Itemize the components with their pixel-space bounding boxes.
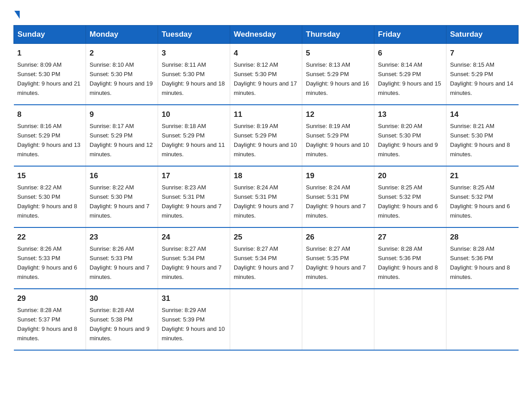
calendar-cell: 24Sunrise: 8:27 AMSunset: 5:34 PMDayligh… <box>158 227 230 289</box>
calendar-day-header: Wednesday <box>230 26 302 44</box>
day-number: 21 <box>450 170 515 182</box>
day-info: Sunrise: 8:25 AMSunset: 5:32 PMDaylight:… <box>450 184 510 219</box>
calendar-cell: 27Sunrise: 8:28 AMSunset: 5:36 PMDayligh… <box>374 227 446 289</box>
calendar-cell <box>374 289 446 350</box>
day-info: Sunrise: 8:21 AMSunset: 5:30 PMDaylight:… <box>450 123 510 158</box>
calendar-cell: 26Sunrise: 8:27 AMSunset: 5:35 PMDayligh… <box>302 227 374 289</box>
day-number: 26 <box>306 231 370 243</box>
calendar-cell: 14Sunrise: 8:21 AMSunset: 5:30 PMDayligh… <box>446 105 519 166</box>
calendar-cell: 21Sunrise: 8:25 AMSunset: 5:32 PMDayligh… <box>446 166 519 227</box>
calendar-day-header: Sunday <box>14 26 86 44</box>
calendar-cell: 31Sunrise: 8:29 AMSunset: 5:39 PMDayligh… <box>158 289 230 350</box>
day-number: 6 <box>378 47 442 59</box>
day-info: Sunrise: 8:19 AMSunset: 5:29 PMDaylight:… <box>306 123 369 158</box>
day-info: Sunrise: 8:25 AMSunset: 5:32 PMDaylight:… <box>378 184 438 219</box>
day-info: Sunrise: 8:18 AMSunset: 5:29 PMDaylight:… <box>162 123 225 158</box>
calendar-cell: 12Sunrise: 8:19 AMSunset: 5:29 PMDayligh… <box>302 105 374 166</box>
calendar-cell: 5Sunrise: 8:13 AMSunset: 5:29 PMDaylight… <box>302 44 374 105</box>
day-number: 9 <box>90 109 154 120</box>
day-number: 23 <box>90 231 154 243</box>
calendar-cell: 9Sunrise: 8:17 AMSunset: 5:29 PMDaylight… <box>86 105 158 166</box>
day-info: Sunrise: 8:12 AMSunset: 5:30 PMDaylight:… <box>234 61 297 96</box>
calendar-week-row: 8Sunrise: 8:16 AMSunset: 5:29 PMDaylight… <box>14 105 519 166</box>
day-number: 12 <box>306 109 370 120</box>
day-number: 11 <box>234 109 298 120</box>
day-number: 1 <box>17 47 82 59</box>
day-info: Sunrise: 8:29 AMSunset: 5:39 PMDaylight:… <box>162 307 225 342</box>
calendar-week-row: 22Sunrise: 8:26 AMSunset: 5:33 PMDayligh… <box>14 227 519 289</box>
day-info: Sunrise: 8:28 AMSunset: 5:38 PMDaylight:… <box>90 307 150 342</box>
calendar-cell: 6Sunrise: 8:14 AMSunset: 5:29 PMDaylight… <box>374 44 446 105</box>
day-info: Sunrise: 8:13 AMSunset: 5:29 PMDaylight:… <box>306 61 369 96</box>
day-number: 7 <box>450 47 515 59</box>
day-info: Sunrise: 8:10 AMSunset: 5:30 PMDaylight:… <box>90 61 153 96</box>
calendar-cell: 16Sunrise: 8:22 AMSunset: 5:30 PMDayligh… <box>86 166 158 227</box>
calendar-cell: 11Sunrise: 8:19 AMSunset: 5:29 PMDayligh… <box>230 105 302 166</box>
day-info: Sunrise: 8:17 AMSunset: 5:29 PMDaylight:… <box>90 123 153 158</box>
day-info: Sunrise: 8:27 AMSunset: 5:35 PMDaylight:… <box>306 245 366 280</box>
day-info: Sunrise: 8:26 AMSunset: 5:33 PMDaylight:… <box>90 245 150 280</box>
calendar-day-header: Monday <box>86 26 158 44</box>
day-info: Sunrise: 8:24 AMSunset: 5:31 PMDaylight:… <box>234 184 294 219</box>
calendar-day-header: Saturday <box>446 26 519 44</box>
calendar-cell: 20Sunrise: 8:25 AMSunset: 5:32 PMDayligh… <box>374 166 446 227</box>
calendar-cell: 13Sunrise: 8:20 AMSunset: 5:30 PMDayligh… <box>374 105 446 166</box>
day-info: Sunrise: 8:20 AMSunset: 5:30 PMDaylight:… <box>378 123 438 158</box>
day-info: Sunrise: 8:28 AMSunset: 5:37 PMDaylight:… <box>17 307 77 342</box>
calendar-week-row: 1Sunrise: 8:09 AMSunset: 5:30 PMDaylight… <box>14 44 519 105</box>
calendar-cell: 8Sunrise: 8:16 AMSunset: 5:29 PMDaylight… <box>14 105 86 166</box>
day-number: 18 <box>234 170 298 182</box>
day-number: 28 <box>450 231 515 243</box>
calendar-cell <box>302 289 374 350</box>
day-info: Sunrise: 8:28 AMSunset: 5:36 PMDaylight:… <box>378 245 438 280</box>
calendar-table: SundayMondayTuesdayWednesdayThursdayFrid… <box>13 25 519 351</box>
calendar-cell: 17Sunrise: 8:23 AMSunset: 5:31 PMDayligh… <box>158 166 230 227</box>
day-number: 20 <box>378 170 442 182</box>
calendar-cell: 3Sunrise: 8:11 AMSunset: 5:30 PMDaylight… <box>158 44 230 105</box>
day-info: Sunrise: 8:11 AMSunset: 5:30 PMDaylight:… <box>162 61 225 96</box>
day-info: Sunrise: 8:22 AMSunset: 5:30 PMDaylight:… <box>17 184 77 219</box>
calendar-cell: 18Sunrise: 8:24 AMSunset: 5:31 PMDayligh… <box>230 166 302 227</box>
calendar-cell: 1Sunrise: 8:09 AMSunset: 5:30 PMDaylight… <box>14 44 86 105</box>
logo <box>13 9 20 17</box>
calendar-cell: 7Sunrise: 8:15 AMSunset: 5:29 PMDaylight… <box>446 44 519 105</box>
day-number: 2 <box>90 47 154 59</box>
calendar-cell: 25Sunrise: 8:27 AMSunset: 5:34 PMDayligh… <box>230 227 302 289</box>
calendar-cell: 2Sunrise: 8:10 AMSunset: 5:30 PMDaylight… <box>86 44 158 105</box>
calendar-cell <box>446 289 519 350</box>
day-info: Sunrise: 8:24 AMSunset: 5:31 PMDaylight:… <box>306 184 366 219</box>
day-number: 25 <box>234 231 298 243</box>
day-number: 24 <box>162 231 226 243</box>
calendar-day-header: Tuesday <box>158 26 230 44</box>
day-number: 30 <box>90 293 154 304</box>
day-info: Sunrise: 8:22 AMSunset: 5:30 PMDaylight:… <box>90 184 150 219</box>
day-info: Sunrise: 8:19 AMSunset: 5:29 PMDaylight:… <box>234 123 297 158</box>
calendar-cell: 22Sunrise: 8:26 AMSunset: 5:33 PMDayligh… <box>14 227 86 289</box>
day-info: Sunrise: 8:16 AMSunset: 5:29 PMDaylight:… <box>17 123 81 158</box>
day-info: Sunrise: 8:15 AMSunset: 5:29 PMDaylight:… <box>450 61 513 96</box>
calendar-body: 1Sunrise: 8:09 AMSunset: 5:30 PMDaylight… <box>14 44 519 351</box>
calendar-cell: 30Sunrise: 8:28 AMSunset: 5:38 PMDayligh… <box>86 289 158 350</box>
day-number: 22 <box>17 231 82 243</box>
day-number: 17 <box>162 170 226 182</box>
day-info: Sunrise: 8:27 AMSunset: 5:34 PMDaylight:… <box>234 245 294 280</box>
day-number: 4 <box>234 47 298 59</box>
day-info: Sunrise: 8:23 AMSunset: 5:31 PMDaylight:… <box>162 184 222 219</box>
day-number: 27 <box>378 231 442 243</box>
calendar-cell: 10Sunrise: 8:18 AMSunset: 5:29 PMDayligh… <box>158 105 230 166</box>
day-number: 3 <box>162 47 226 59</box>
day-number: 5 <box>306 47 370 59</box>
calendar-week-row: 29Sunrise: 8:28 AMSunset: 5:37 PMDayligh… <box>14 289 519 350</box>
calendar-day-header: Friday <box>374 26 446 44</box>
day-number: 14 <box>450 109 515 120</box>
day-number: 13 <box>378 109 442 120</box>
logo-text <box>13 9 20 19</box>
calendar-cell: 23Sunrise: 8:26 AMSunset: 5:33 PMDayligh… <box>86 227 158 289</box>
day-number: 16 <box>90 170 154 182</box>
calendar-cell: 15Sunrise: 8:22 AMSunset: 5:30 PMDayligh… <box>14 166 86 227</box>
day-info: Sunrise: 8:28 AMSunset: 5:36 PMDaylight:… <box>450 245 510 280</box>
day-number: 15 <box>17 170 82 182</box>
page-header <box>13 9 519 17</box>
day-number: 19 <box>306 170 370 182</box>
logo-arrow-icon <box>14 11 20 19</box>
